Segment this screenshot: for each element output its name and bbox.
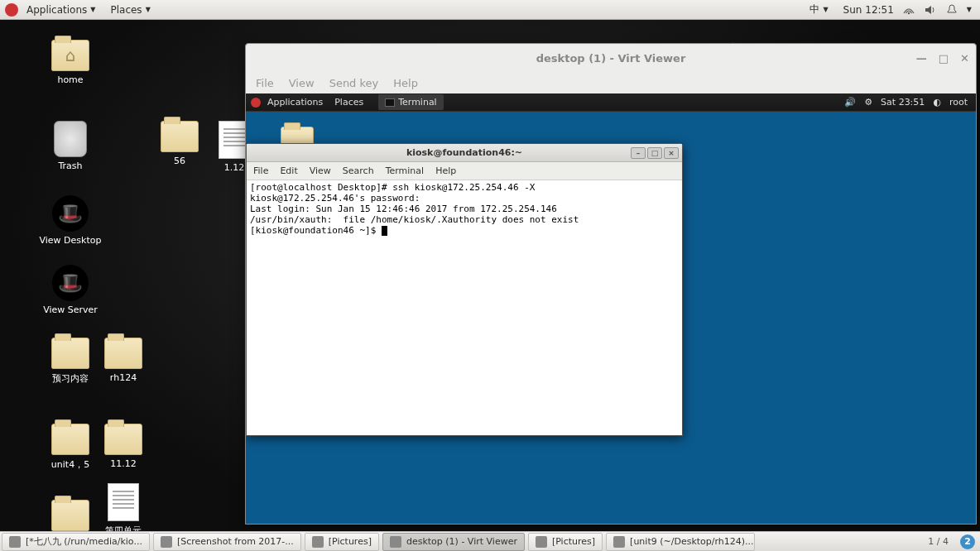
virt-viewer-window[interactable]: desktop (1) - Virt Viewer — □ ✕ File Vie… xyxy=(245,43,977,525)
redhat-icon: 🎩 xyxy=(52,195,89,232)
window-title: desktop (1) - Virt Viewer xyxy=(536,52,686,65)
task-label: desktop (1) - Virt Viewer xyxy=(406,536,517,547)
desktop-icon-view-server[interactable]: 🎩View Server xyxy=(41,265,99,315)
terminal-close-button[interactable]: × xyxy=(664,147,679,159)
menu-file[interactable]: File xyxy=(256,77,274,89)
chevron-down-icon: ▼ xyxy=(967,6,972,13)
menu-sendkey[interactable]: Send key xyxy=(329,77,379,89)
folder-icon xyxy=(104,424,142,455)
menu-help[interactable]: Help xyxy=(393,77,418,89)
ime-indicator[interactable]: 中 ▼ xyxy=(803,0,834,19)
workspace-pager[interactable]: 1 / 4 xyxy=(921,536,955,547)
taskbar-button[interactable]: [Screenshot from 2017-... xyxy=(153,533,301,551)
applications-menu[interactable]: Applications ▼ xyxy=(20,2,102,18)
maximize-button[interactable]: □ xyxy=(939,52,949,65)
vm-places-menu[interactable]: Places xyxy=(329,94,368,110)
vm-volume-icon[interactable]: 🔊 xyxy=(844,97,856,108)
folder-icon xyxy=(161,121,199,152)
terminal-menu-terminal[interactable]: Terminal xyxy=(386,165,425,176)
icon-label: rh124 xyxy=(110,372,137,383)
desktop-icon-trash[interactable]: Trash xyxy=(41,121,99,171)
vm-user-label[interactable]: root xyxy=(949,97,968,108)
folder-icon xyxy=(51,338,89,369)
icon-label: 预习内容 xyxy=(52,372,89,385)
cursor xyxy=(382,226,387,236)
icon-label: home xyxy=(57,74,83,85)
bottom-panel: [*七八九 (/run/media/kio...[Screenshot from… xyxy=(0,531,980,551)
desktop-icon-view-desktop[interactable]: 🎩View Desktop xyxy=(41,195,99,246)
network-icon[interactable] xyxy=(902,4,915,16)
document-icon xyxy=(108,483,139,521)
terminal-title: kiosk@foundation46:~ xyxy=(406,147,522,158)
folder-icon xyxy=(104,338,142,369)
chevron-down-icon: ▼ xyxy=(90,6,95,13)
terminal-titlebar[interactable]: kiosk@foundation46:~ – □ × xyxy=(247,144,682,162)
taskbar-button[interactable]: [Pictures] xyxy=(305,533,379,551)
menu-view[interactable]: View xyxy=(289,77,315,89)
distro-logo-icon xyxy=(5,3,18,17)
icon-label: Trash xyxy=(58,161,82,171)
desktop-icon-folder-11-12[interactable]: 11.12 xyxy=(94,424,152,469)
svg-point-0 xyxy=(908,12,910,13)
clock[interactable]: Sun 12:51 xyxy=(843,4,894,16)
app-icon xyxy=(161,536,172,548)
task-label: [*七八九 (/run/media/kio... xyxy=(26,535,142,548)
virt-viewer-content[interactable]: Applications Places Terminal 🔊 ⚙ Sat 23:… xyxy=(246,93,976,524)
folder-icon xyxy=(51,424,89,455)
task-label: [Pictures] xyxy=(329,536,372,547)
redhat-icon: 🎩 xyxy=(52,265,89,301)
terminal-menu-edit[interactable]: Edit xyxy=(280,165,297,176)
icon-label: 56 xyxy=(174,156,185,166)
desktop[interactable]: homeTrash🎩View Desktop🎩View Server561.12… xyxy=(0,20,980,531)
distro-logo-icon xyxy=(251,98,261,108)
vm-network-icon[interactable]: ⚙ xyxy=(864,97,872,108)
taskbar-button[interactable]: [unit9 (~/Desktop/rh124)... xyxy=(606,533,755,551)
vm-applications-menu[interactable]: Applications xyxy=(262,94,328,110)
chevron-down-icon: ▼ xyxy=(146,6,151,13)
virt-viewer-titlebar[interactable]: desktop (1) - Virt Viewer — □ ✕ xyxy=(246,44,976,72)
app-icon xyxy=(312,536,324,548)
vm-task-terminal[interactable]: Terminal xyxy=(378,94,444,110)
desktop-icon-file-disidanyuan[interactable]: 第四单元 xyxy=(94,483,152,537)
minimize-button[interactable]: — xyxy=(916,52,927,65)
close-button[interactable]: ✕ xyxy=(960,52,969,65)
icon-label: View Desktop xyxy=(40,235,102,246)
terminal-content[interactable]: [root@localhost Desktop]# ssh kiosk@172.… xyxy=(247,180,682,435)
terminal-window[interactable]: kiosk@foundation46:~ – □ × File Edit Vie… xyxy=(246,143,683,436)
vm-desktop[interactable]: kiosk@foundation46:~ – □ × File Edit Vie… xyxy=(246,112,976,524)
chevron-down-icon: ▼ xyxy=(823,6,828,13)
taskbar-button[interactable]: desktop (1) - Virt Viewer xyxy=(382,533,525,551)
terminal-menu-file[interactable]: File xyxy=(253,165,268,176)
desktop-icon-folder-rh124[interactable]: rh124 xyxy=(94,338,152,383)
icon-label: 11.12 xyxy=(110,458,137,469)
terminal-menu-search[interactable]: Search xyxy=(343,165,374,176)
icon-label: unit4，5 xyxy=(51,458,89,471)
taskbar-button[interactable]: [Pictures] xyxy=(528,533,603,551)
folder-icon xyxy=(51,40,89,71)
terminal-minimize-button[interactable]: – xyxy=(631,147,646,159)
icon-label: 1.12 xyxy=(224,162,245,173)
notification-icon[interactable] xyxy=(945,4,958,16)
app-icon xyxy=(390,536,401,548)
places-menu[interactable]: Places ▼ xyxy=(103,2,156,18)
volume-icon[interactable] xyxy=(924,4,937,16)
desktop-icon-folder-unit45[interactable]: unit4，5 xyxy=(41,424,99,471)
app-icon xyxy=(536,536,547,548)
taskbar-button[interactable]: [*七八九 (/run/media/kio... xyxy=(2,533,150,551)
trash-icon xyxy=(54,121,87,157)
task-label: [unit9 (~/Desktop/rh124)... xyxy=(630,536,753,547)
terminal-menu-view[interactable]: View xyxy=(310,165,331,176)
terminal-menu-help[interactable]: Help xyxy=(435,165,456,176)
terminal-menubar: File Edit View Search Terminal Help xyxy=(247,162,682,180)
vm-top-panel: Applications Places Terminal 🔊 ⚙ Sat 23:… xyxy=(246,93,976,112)
vm-clock[interactable]: Sat 23:51 xyxy=(881,97,925,108)
task-label: [Pictures] xyxy=(552,536,595,547)
virt-viewer-menubar: File View Send key Help xyxy=(246,72,976,93)
terminal-icon xyxy=(385,98,395,107)
terminal-maximize-button[interactable]: □ xyxy=(647,147,662,159)
notification-badge[interactable]: 2 xyxy=(960,534,975,549)
vm-user-icon: ◐ xyxy=(933,97,941,108)
desktop-icon-folder-56[interactable]: 56 xyxy=(151,121,209,166)
desktop-icon-home[interactable]: home xyxy=(41,40,99,85)
desktop-icon-folder-yuxi[interactable]: 预习内容 xyxy=(41,338,99,385)
